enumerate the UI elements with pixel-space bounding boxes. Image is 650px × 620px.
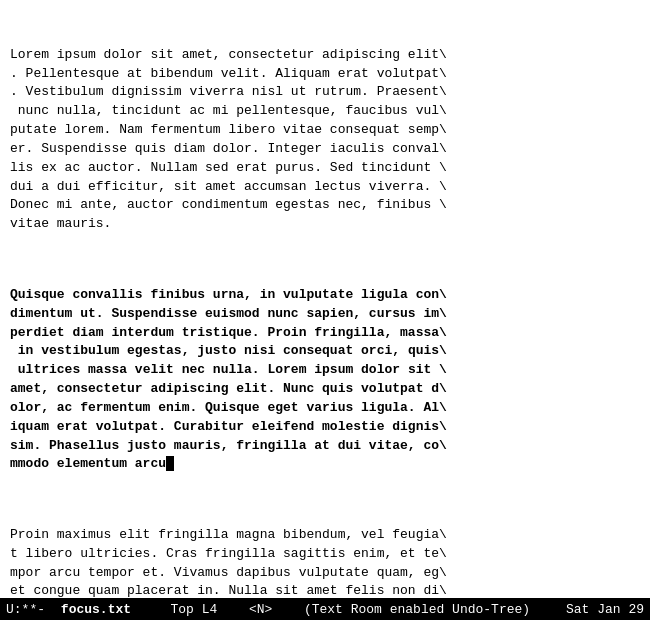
status-bar: U:**- focus.txt Top L4 <N> (Text Room en…: [0, 598, 650, 620]
status-extra: (Text Room enabled Undo-Tree): [304, 602, 566, 617]
editor-window: Lorem ipsum dolor sit amet, consectetur …: [0, 0, 650, 620]
text-cursor: [166, 456, 174, 471]
status-mode: <N>: [249, 602, 272, 617]
paragraph-1: Lorem ipsum dolor sit amet, consectetur …: [10, 46, 640, 234]
status-position: Top L4: [170, 602, 217, 617]
paragraph-2: Quisque convallis finibus urna, in vulpu…: [10, 286, 640, 474]
paragraph-3: Proin maximus elit fringilla magna biben…: [10, 526, 640, 598]
status-date: Sat Jan 29: [566, 602, 644, 617]
status-modified: U:**-: [6, 602, 45, 617]
paragraph-2-text: Quisque convallis finibus urna, in vulpu…: [10, 287, 447, 472]
text-editor[interactable]: Lorem ipsum dolor sit amet, consectetur …: [0, 0, 650, 598]
status-filename: focus.txt: [61, 602, 131, 617]
